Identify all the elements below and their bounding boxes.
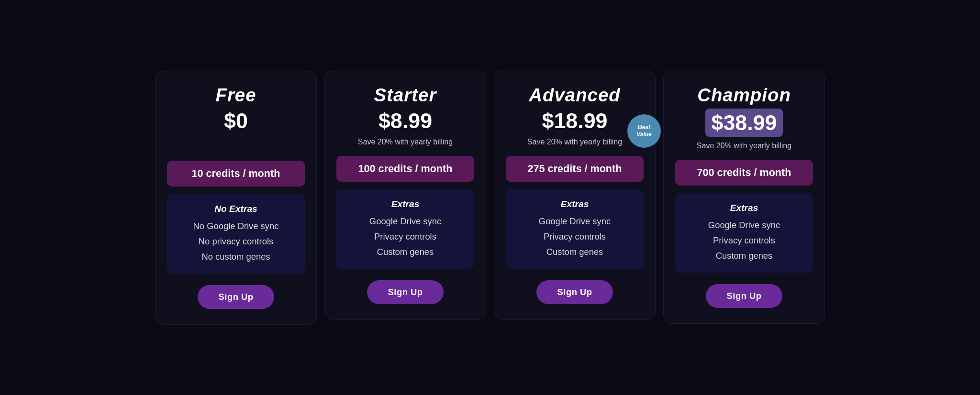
extras-title-champion: Extras xyxy=(685,203,803,213)
extras-item-starter-1: Privacy controls xyxy=(346,231,465,242)
credits-badge-starter: 100 credits / month xyxy=(336,156,474,182)
sign-up-button-advanced[interactable]: Sign Up xyxy=(536,280,613,304)
plan-title-champion: Champion xyxy=(697,85,791,106)
plan-price-row-champion: $38.99 xyxy=(705,109,782,137)
extras-title-free: No Extras xyxy=(177,204,295,214)
plan-price-free: $0 xyxy=(224,109,248,133)
extras-section-free: No ExtrasNo Google Drive syncNo privacy … xyxy=(167,194,305,274)
sign-up-button-free[interactable]: Sign Up xyxy=(198,285,275,309)
extras-title-starter: Extras xyxy=(346,199,465,209)
extras-item-champion-2: Custom genes xyxy=(685,251,803,261)
credits-badge-free: 10 credits / month xyxy=(167,161,305,187)
extras-item-advanced-1: Privacy controls xyxy=(515,231,634,242)
credits-badge-advanced: 275 credits / month xyxy=(506,156,644,182)
extras-list-free: No Google Drive syncNo privacy controlsN… xyxy=(177,221,295,262)
plan-card-champion: Champion$38.99Save 20% with yearly billi… xyxy=(663,71,825,324)
extras-title-advanced: Extras xyxy=(515,199,634,209)
plan-card-advanced: Advanced$18.99BestValueSave 20% with yea… xyxy=(494,71,656,320)
plan-price-row-starter: $8.99 xyxy=(379,109,432,133)
plan-savings-advanced: Save 20% with yearly billing xyxy=(527,138,622,146)
plan-title-free: Free xyxy=(215,85,256,106)
extras-item-advanced-0: Google Drive sync xyxy=(515,216,634,227)
plan-card-starter: Starter$8.99Save 20% with yearly billing… xyxy=(324,71,486,320)
plan-savings-starter: Save 20% with yearly billing xyxy=(358,138,453,146)
best-value-badge-advanced: BestValue xyxy=(627,114,661,148)
extras-list-advanced: Google Drive syncPrivacy controlsCustom … xyxy=(515,216,634,257)
extras-item-champion-1: Privacy controls xyxy=(685,235,803,246)
extras-section-champion: ExtrasGoogle Drive syncPrivacy controlsC… xyxy=(675,193,813,273)
extras-item-free-2: No custom genes xyxy=(177,252,295,262)
extras-section-starter: ExtrasGoogle Drive syncPrivacy controlsC… xyxy=(336,189,474,269)
sign-up-button-champion[interactable]: Sign Up xyxy=(706,284,783,308)
plan-title-starter: Starter xyxy=(374,85,437,106)
plan-title-advanced: Advanced xyxy=(529,85,620,106)
plan-price-starter: $8.99 xyxy=(379,109,432,133)
plan-price-advanced: $18.99 xyxy=(542,109,607,133)
sign-up-button-starter[interactable]: Sign Up xyxy=(367,280,444,304)
extras-list-champion: Google Drive syncPrivacy controlsCustom … xyxy=(685,220,803,261)
credits-badge-champion: 700 credits / month xyxy=(675,160,813,186)
extras-section-advanced: ExtrasGoogle Drive syncPrivacy controlsC… xyxy=(506,189,644,269)
plan-price-row-free: $0 xyxy=(224,109,248,133)
extras-item-free-0: No Google Drive sync xyxy=(177,221,295,231)
plan-savings-champion: Save 20% with yearly billing xyxy=(697,142,791,150)
plan-price-row-advanced: $18.99 xyxy=(542,109,607,133)
extras-item-champion-0: Google Drive sync xyxy=(685,220,803,230)
extras-item-starter-2: Custom genes xyxy=(346,247,465,257)
extras-list-starter: Google Drive syncPrivacy controlsCustom … xyxy=(346,216,465,257)
extras-item-advanced-2: Custom genes xyxy=(515,247,634,257)
plan-card-free: Free$010 credits / monthNo ExtrasNo Goog… xyxy=(155,71,317,325)
pricing-container: Free$010 credits / monthNo ExtrasNo Goog… xyxy=(155,71,825,325)
plan-price-champion: $38.99 xyxy=(705,109,782,137)
extras-item-starter-0: Google Drive sync xyxy=(346,216,465,227)
extras-item-free-1: No privacy controls xyxy=(177,236,295,247)
